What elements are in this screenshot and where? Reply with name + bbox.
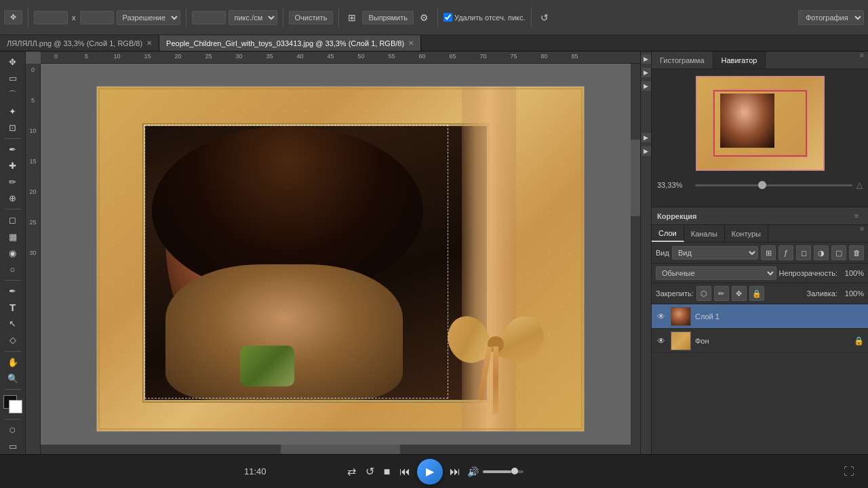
layers-panel-collapse[interactable]: ≡ <box>856 225 868 242</box>
lock-pixels-btn[interactable]: ⬡ <box>696 286 711 301</box>
color-swatches[interactable] <box>3 395 22 413</box>
lt-sep3 <box>5 280 21 281</box>
resolution-input[interactable] <box>192 11 226 24</box>
tool-options-btn[interactable]: ✥ <box>4 10 22 24</box>
clone-btn[interactable]: ⊕ <box>3 190 22 206</box>
lock-all-btn[interactable]: 🔒 <box>749 286 764 301</box>
hand-btn[interactable]: ✋ <box>3 354 22 370</box>
panel-side-btn-4[interactable]: ▶ <box>642 133 651 142</box>
healing-btn[interactable]: ✚ <box>3 158 22 174</box>
prev-btn[interactable]: ⏮ <box>397 463 413 481</box>
zoom-slider[interactable] <box>695 184 852 186</box>
layers-view-row: Вид Вид ⊞ ƒ ◻ ◑ ▢ 🗑 <box>652 243 868 264</box>
crop-tool-btn[interactable]: ⊡ <box>3 120 22 136</box>
correction-collapse[interactable]: ≡ <box>850 212 863 220</box>
tab-0-close[interactable]: ✕ <box>146 39 152 47</box>
lock-paint-btn[interactable]: ✏ <box>714 286 729 301</box>
stop-btn[interactable]: ■ <box>381 463 393 481</box>
layer-1-eye[interactable]: 👁 <box>656 336 667 346</box>
layer-group-icon[interactable]: ▢ <box>831 245 846 260</box>
right-top-panel: Гистограмма Навигатор ≡ 33,33% <box>652 52 868 207</box>
layer-0-eye[interactable]: 👁 <box>656 311 667 322</box>
marquee-tool-btn[interactable]: ▭ <box>3 70 22 86</box>
background-color[interactable] <box>9 400 22 413</box>
canvas-area: 0 5 10 15 20 25 30 35 40 45 50 55 60 65 … <box>26 52 640 454</box>
text-btn[interactable]: T <box>3 300 22 315</box>
panel-side-btn-5[interactable]: ▶ <box>642 146 651 156</box>
quick-mask-btn[interactable]: ⬡ <box>3 422 22 438</box>
pen-btn[interactable]: ✒ <box>3 283 22 299</box>
dodge-btn[interactable]: ○ <box>3 262 22 277</box>
magic-wand-btn[interactable]: ✦ <box>3 103 22 119</box>
clear-btn[interactable]: Очистить <box>289 11 334 24</box>
layer-mask-icon[interactable]: ◻ <box>796 245 811 260</box>
height-input[interactable] <box>80 11 114 24</box>
straighten-btn[interactable]: Выпрямить <box>362 11 414 24</box>
screen-mode-btn[interactable]: ▭ <box>3 439 22 454</box>
nav-zoom-row: 33,33% △ <box>652 178 868 192</box>
ruler-left: 0 5 10 15 20 25 30 <box>26 64 41 454</box>
layer-add-icon[interactable]: ⊞ <box>761 245 776 260</box>
zoom-btn[interactable]: 🔍 <box>3 371 22 386</box>
canvas-content[interactable] <box>41 64 640 454</box>
panel-side-btn-2[interactable]: ▶ <box>642 68 651 77</box>
top-panel-collapse[interactable]: ≡ <box>856 52 868 68</box>
move-tool-btn[interactable]: ✥ <box>3 54 22 70</box>
v-scrollbar[interactable] <box>631 64 640 445</box>
channels-tab[interactable]: Каналы <box>684 225 725 242</box>
tab-1-close[interactable]: ✕ <box>408 39 414 47</box>
delete-crop-label[interactable]: Удалить отсеч. пикс. <box>443 13 526 22</box>
reset-btn[interactable]: ↺ <box>537 10 552 25</box>
grid-icon-btn[interactable]: ⊞ <box>344 10 359 25</box>
eraser-btn[interactable]: ◻ <box>3 212 22 228</box>
opacity-label: Непрозрачность: <box>779 269 837 277</box>
shape-btn[interactable]: ◇ <box>3 332 22 348</box>
zoom-handle[interactable] <box>758 181 766 189</box>
layers-tab[interactable]: Слои <box>652 225 684 242</box>
brush-btn[interactable]: ✏ <box>3 174 22 190</box>
ribbon-bow <box>448 309 543 390</box>
delete-crop-checkbox[interactable] <box>443 13 452 22</box>
path-select-btn[interactable]: ↖ <box>3 316 22 331</box>
units-select[interactable]: пикс./см <box>229 10 277 25</box>
gradient-btn[interactable]: ▦ <box>3 229 22 245</box>
volume-slider[interactable] <box>483 470 524 473</box>
audio-settings-btn[interactable]: ⇄ <box>344 462 359 481</box>
sep6 <box>531 7 532 28</box>
restart-btn[interactable]: ↺ <box>363 462 377 481</box>
layer-row-0[interactable]: 👁 Слой 1 <box>652 304 868 329</box>
histogram-tab[interactable]: Гистограмма <box>652 52 713 68</box>
navigator-tab[interactable]: Навигатор <box>713 52 766 68</box>
h-scrollbar[interactable] <box>41 445 640 454</box>
layer-row-1[interactable]: 👁 Фон 🔒 <box>652 329 868 353</box>
next-btn[interactable]: ⏭ <box>447 463 463 481</box>
volume-fill <box>483 470 511 473</box>
play-btn[interactable]: ▶ <box>417 459 443 485</box>
blur-btn[interactable]: ◉ <box>3 245 22 261</box>
panel-side-btn-3[interactable]: ▶ <box>642 81 651 91</box>
sep5 <box>437 7 438 28</box>
h-scroll-thumb[interactable] <box>281 445 401 454</box>
tab-0[interactable]: ЛЯЛЯЛЛ.png @ 33,3% (Слой 1, RGB/8) ✕ <box>0 35 159 51</box>
lasso-tool-btn[interactable]: ⌒ <box>3 87 22 102</box>
panel-side-btn-1[interactable]: ▶ <box>642 54 651 64</box>
width-input[interactable] <box>34 11 68 24</box>
tab-1[interactable]: People_Children_Girl_with_toys_033413.jp… <box>159 35 421 51</box>
volume-btn[interactable]: 🔊 <box>467 466 479 477</box>
layer-adj-icon[interactable]: ◑ <box>814 245 829 260</box>
volume-handle[interactable] <box>511 468 518 474</box>
lock-move-btn[interactable]: ✥ <box>732 286 747 301</box>
blend-mode-select[interactable]: Обычные <box>656 266 776 280</box>
v-scroll-thumb[interactable] <box>631 140 640 216</box>
view-select[interactable]: Вид <box>672 246 758 260</box>
gear-icon-btn[interactable]: ⚙ <box>416 10 432 25</box>
fullscreen-btn[interactable]: ⛶ <box>844 466 854 478</box>
paths-tab[interactable]: Контуры <box>725 225 768 242</box>
layer-style-icon[interactable]: ƒ <box>778 245 793 260</box>
correction-header: Коррекция ≡ <box>652 207 868 225</box>
main-canvas[interactable] <box>96 86 585 432</box>
eyedropper-btn[interactable]: ✒ <box>3 142 22 157</box>
workspace-select[interactable]: Фотография <box>798 10 864 25</box>
resolution-select[interactable]: Разрешение <box>117 10 180 25</box>
layer-delete-icon[interactable]: 🗑 <box>849 245 864 260</box>
